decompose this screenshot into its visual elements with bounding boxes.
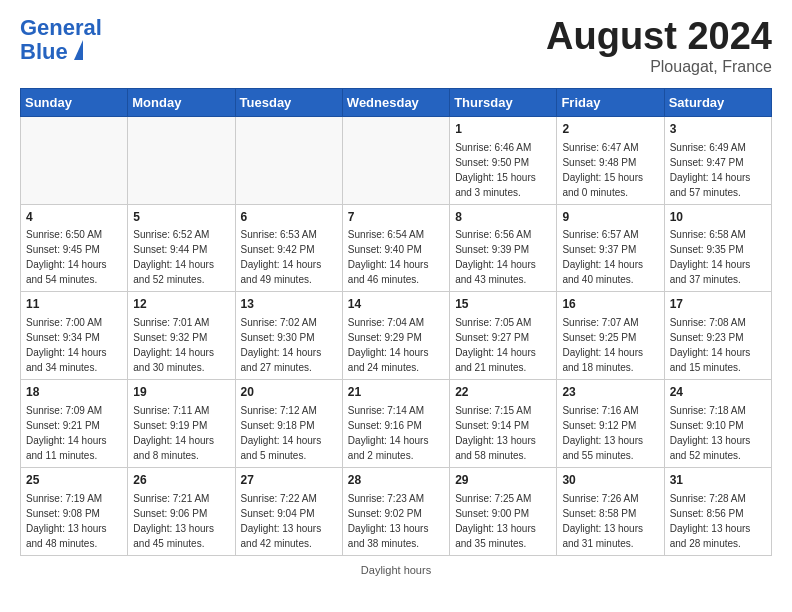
logo-blue-text: Blue	[20, 40, 68, 64]
day-info: Sunrise: 6:54 AMSunset: 9:40 PMDaylight:…	[348, 227, 444, 287]
location: Plouagat, France	[546, 58, 772, 76]
day-info: Sunrise: 7:16 AMSunset: 9:12 PMDaylight:…	[562, 403, 658, 463]
day-cell: 23Sunrise: 7:16 AMSunset: 9:12 PMDayligh…	[557, 380, 664, 468]
day-cell: 25Sunrise: 7:19 AMSunset: 9:08 PMDayligh…	[21, 467, 128, 555]
day-number: 14	[348, 296, 444, 313]
day-info: Sunrise: 7:15 AMSunset: 9:14 PMDaylight:…	[455, 403, 551, 463]
day-info: Sunrise: 6:53 AMSunset: 9:42 PMDaylight:…	[241, 227, 337, 287]
col-header-tuesday: Tuesday	[235, 88, 342, 116]
day-number: 10	[670, 209, 766, 226]
day-info: Sunrise: 7:28 AMSunset: 8:56 PMDaylight:…	[670, 491, 766, 551]
day-number: 25	[26, 472, 122, 489]
day-cell: 9Sunrise: 6:57 AMSunset: 9:37 PMDaylight…	[557, 204, 664, 292]
day-cell	[128, 116, 235, 204]
day-info: Sunrise: 6:50 AMSunset: 9:45 PMDaylight:…	[26, 227, 122, 287]
day-info: Sunrise: 6:57 AMSunset: 9:37 PMDaylight:…	[562, 227, 658, 287]
day-number: 17	[670, 296, 766, 313]
day-cell	[21, 116, 128, 204]
day-info: Sunrise: 7:01 AMSunset: 9:32 PMDaylight:…	[133, 315, 229, 375]
day-info: Sunrise: 7:22 AMSunset: 9:04 PMDaylight:…	[241, 491, 337, 551]
week-row-3: 11Sunrise: 7:00 AMSunset: 9:34 PMDayligh…	[21, 292, 772, 380]
day-info: Sunrise: 7:21 AMSunset: 9:06 PMDaylight:…	[133, 491, 229, 551]
day-info: Sunrise: 7:12 AMSunset: 9:18 PMDaylight:…	[241, 403, 337, 463]
day-cell: 26Sunrise: 7:21 AMSunset: 9:06 PMDayligh…	[128, 467, 235, 555]
day-number: 27	[241, 472, 337, 489]
day-number: 20	[241, 384, 337, 401]
day-number: 5	[133, 209, 229, 226]
day-cell: 14Sunrise: 7:04 AMSunset: 9:29 PMDayligh…	[342, 292, 449, 380]
day-number: 29	[455, 472, 551, 489]
day-cell: 3Sunrise: 6:49 AMSunset: 9:47 PMDaylight…	[664, 116, 771, 204]
day-number: 12	[133, 296, 229, 313]
day-info: Sunrise: 7:09 AMSunset: 9:21 PMDaylight:…	[26, 403, 122, 463]
day-number: 31	[670, 472, 766, 489]
day-info: Sunrise: 6:46 AMSunset: 9:50 PMDaylight:…	[455, 140, 551, 200]
day-number: 7	[348, 209, 444, 226]
day-info: Sunrise: 7:11 AMSunset: 9:19 PMDaylight:…	[133, 403, 229, 463]
day-number: 15	[455, 296, 551, 313]
day-number: 26	[133, 472, 229, 489]
day-info: Sunrise: 7:02 AMSunset: 9:30 PMDaylight:…	[241, 315, 337, 375]
week-row-5: 25Sunrise: 7:19 AMSunset: 9:08 PMDayligh…	[21, 467, 772, 555]
day-cell: 20Sunrise: 7:12 AMSunset: 9:18 PMDayligh…	[235, 380, 342, 468]
day-number: 28	[348, 472, 444, 489]
day-info: Sunrise: 7:18 AMSunset: 9:10 PMDaylight:…	[670, 403, 766, 463]
calendar-header-row: SundayMondayTuesdayWednesdayThursdayFrid…	[21, 88, 772, 116]
day-info: Sunrise: 7:25 AMSunset: 9:00 PMDaylight:…	[455, 491, 551, 551]
day-cell: 27Sunrise: 7:22 AMSunset: 9:04 PMDayligh…	[235, 467, 342, 555]
day-info: Sunrise: 7:05 AMSunset: 9:27 PMDaylight:…	[455, 315, 551, 375]
logo: General Blue	[20, 16, 102, 64]
day-number: 13	[241, 296, 337, 313]
day-cell: 1Sunrise: 6:46 AMSunset: 9:50 PMDaylight…	[450, 116, 557, 204]
day-number: 1	[455, 121, 551, 138]
day-number: 9	[562, 209, 658, 226]
day-info: Sunrise: 6:47 AMSunset: 9:48 PMDaylight:…	[562, 140, 658, 200]
day-number: 16	[562, 296, 658, 313]
day-number: 24	[670, 384, 766, 401]
day-cell: 31Sunrise: 7:28 AMSunset: 8:56 PMDayligh…	[664, 467, 771, 555]
day-info: Sunrise: 7:08 AMSunset: 9:23 PMDaylight:…	[670, 315, 766, 375]
day-number: 23	[562, 384, 658, 401]
day-cell	[235, 116, 342, 204]
month-title: August 2024 Plouagat, France	[546, 16, 772, 76]
day-info: Sunrise: 7:04 AMSunset: 9:29 PMDaylight:…	[348, 315, 444, 375]
day-cell: 17Sunrise: 7:08 AMSunset: 9:23 PMDayligh…	[664, 292, 771, 380]
day-cell: 11Sunrise: 7:00 AMSunset: 9:34 PMDayligh…	[21, 292, 128, 380]
day-number: 21	[348, 384, 444, 401]
page-header: General Blue August 2024 Plouagat, Franc…	[20, 16, 772, 76]
day-cell: 18Sunrise: 7:09 AMSunset: 9:21 PMDayligh…	[21, 380, 128, 468]
day-number: 8	[455, 209, 551, 226]
day-info: Sunrise: 6:58 AMSunset: 9:35 PMDaylight:…	[670, 227, 766, 287]
day-cell: 7Sunrise: 6:54 AMSunset: 9:40 PMDaylight…	[342, 204, 449, 292]
day-number: 4	[26, 209, 122, 226]
day-cell	[342, 116, 449, 204]
week-row-4: 18Sunrise: 7:09 AMSunset: 9:21 PMDayligh…	[21, 380, 772, 468]
day-cell: 21Sunrise: 7:14 AMSunset: 9:16 PMDayligh…	[342, 380, 449, 468]
month-year: August 2024	[546, 16, 772, 58]
week-row-1: 1Sunrise: 6:46 AMSunset: 9:50 PMDaylight…	[21, 116, 772, 204]
day-number: 22	[455, 384, 551, 401]
daylight-label: Daylight hours	[361, 564, 431, 576]
day-cell: 16Sunrise: 7:07 AMSunset: 9:25 PMDayligh…	[557, 292, 664, 380]
day-cell: 30Sunrise: 7:26 AMSunset: 8:58 PMDayligh…	[557, 467, 664, 555]
day-cell: 15Sunrise: 7:05 AMSunset: 9:27 PMDayligh…	[450, 292, 557, 380]
day-info: Sunrise: 7:00 AMSunset: 9:34 PMDaylight:…	[26, 315, 122, 375]
day-info: Sunrise: 6:49 AMSunset: 9:47 PMDaylight:…	[670, 140, 766, 200]
day-number: 2	[562, 121, 658, 138]
col-header-thursday: Thursday	[450, 88, 557, 116]
day-cell: 24Sunrise: 7:18 AMSunset: 9:10 PMDayligh…	[664, 380, 771, 468]
col-header-sunday: Sunday	[21, 88, 128, 116]
col-header-wednesday: Wednesday	[342, 88, 449, 116]
day-number: 30	[562, 472, 658, 489]
col-header-friday: Friday	[557, 88, 664, 116]
day-cell: 22Sunrise: 7:15 AMSunset: 9:14 PMDayligh…	[450, 380, 557, 468]
col-header-saturday: Saturday	[664, 88, 771, 116]
day-cell: 8Sunrise: 6:56 AMSunset: 9:39 PMDaylight…	[450, 204, 557, 292]
day-cell: 19Sunrise: 7:11 AMSunset: 9:19 PMDayligh…	[128, 380, 235, 468]
day-cell: 13Sunrise: 7:02 AMSunset: 9:30 PMDayligh…	[235, 292, 342, 380]
day-info: Sunrise: 7:19 AMSunset: 9:08 PMDaylight:…	[26, 491, 122, 551]
day-cell: 28Sunrise: 7:23 AMSunset: 9:02 PMDayligh…	[342, 467, 449, 555]
week-row-2: 4Sunrise: 6:50 AMSunset: 9:45 PMDaylight…	[21, 204, 772, 292]
day-number: 19	[133, 384, 229, 401]
day-info: Sunrise: 7:23 AMSunset: 9:02 PMDaylight:…	[348, 491, 444, 551]
